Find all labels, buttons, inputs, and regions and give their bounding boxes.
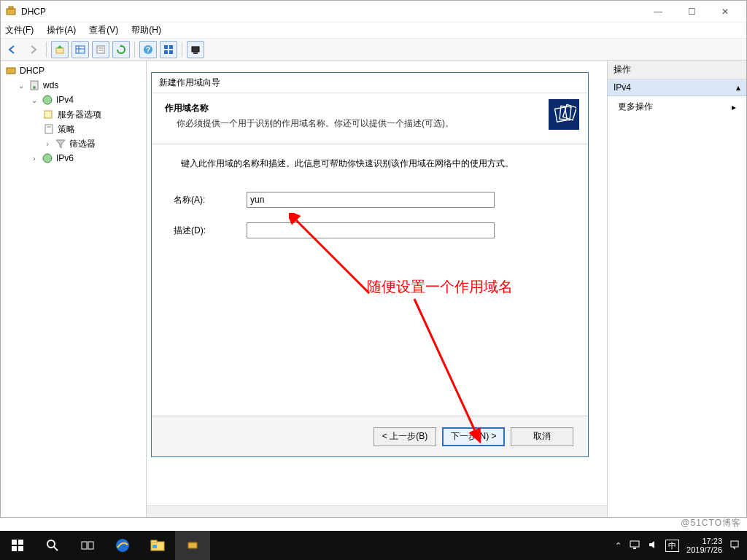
svg-point-34 — [47, 540, 55, 548]
taskbar: ⌃ 中 17:23 2019/7/26 — [0, 531, 747, 560]
svg-rect-0 — [7, 9, 15, 15]
server-button[interactable] — [187, 41, 204, 58]
properties-button[interactable] — [92, 41, 109, 58]
minimize-button[interactable]: — — [641, 1, 675, 22]
expand-icon[interactable]: › — [43, 140, 52, 148]
svg-rect-45 — [731, 541, 738, 547]
annotation-text: 随便设置一个作用域名 — [367, 277, 513, 297]
start-button[interactable] — [0, 531, 35, 560]
expand-icon[interactable]: › — [30, 155, 39, 163]
back-button[interactable]: < 上一步(B) — [374, 427, 436, 446]
menu-action[interactable]: 操作(A) — [45, 23, 77, 38]
filters-icon — [55, 138, 66, 149]
svg-point-20 — [43, 96, 52, 104]
ie-button[interactable] — [105, 531, 140, 560]
svg-rect-1 — [9, 7, 13, 9]
name-label: 名称(A): — [174, 194, 247, 206]
svg-line-35 — [54, 547, 58, 551]
tree-server[interactable]: ⌄ wds — [1, 78, 146, 93]
svg-rect-41 — [152, 545, 157, 548]
tree-filters[interactable]: › 筛选器 — [1, 136, 146, 151]
policies-icon — [43, 123, 55, 135]
scope-name-input[interactable] — [247, 192, 495, 208]
toolbar-divider — [182, 42, 182, 58]
new-scope-wizard: 新建作用域向导 作用域名称 你必须提供一个用于识别的作用域名称。你还可以提供一个… — [151, 72, 589, 457]
chevron-up-icon: ▴ — [736, 82, 740, 93]
main-body: DHCP ⌄ wds ⌄ IPv4 服务器选项 策略 › — [1, 61, 746, 517]
svg-rect-30 — [12, 540, 17, 545]
svg-rect-37 — [88, 542, 93, 549]
dhcp-taskbar-button[interactable] — [175, 531, 210, 560]
tree-root[interactable]: DHCP — [1, 63, 146, 78]
titlebar: DHCP — ☐ ✕ — [1, 1, 746, 23]
tray-up-icon[interactable]: ⌃ — [615, 541, 622, 551]
dialog-body: 键入此作用域的名称和描述。此信息可帮助你快速识别该作用域在网络中的使用方式。 名… — [152, 144, 588, 266]
window-title: DHCP — [21, 7, 641, 17]
tree-policies[interactable]: 策略 — [1, 122, 146, 136]
dialog-footer: < 上一步(B) 下一步(N) > 取消 — [152, 416, 588, 456]
close-button[interactable]: ✕ — [708, 1, 742, 22]
toolbar-divider — [46, 42, 47, 58]
menu-file[interactable]: 文件(F) — [4, 23, 35, 38]
maximize-button[interactable]: ☐ — [675, 1, 708, 22]
ime-indicator[interactable]: 中 — [665, 540, 679, 552]
notifications-icon[interactable] — [729, 540, 740, 551]
dialog-title: 新建作用域向导 — [152, 73, 588, 93]
svg-rect-6 — [97, 46, 104, 53]
tree-ipv6[interactable]: › IPv6 — [1, 151, 146, 166]
cancel-button[interactable]: 取消 — [511, 427, 573, 446]
clock-date: 2019/7/26 — [686, 545, 722, 554]
toolbar-divider — [134, 42, 135, 58]
tree-ipv4[interactable]: ⌄ IPv4 — [1, 93, 146, 107]
refresh-button[interactable] — [112, 41, 130, 58]
more-actions-item[interactable]: 更多操作 ▸ — [608, 96, 746, 117]
svg-rect-44 — [633, 548, 636, 549]
tile-button[interactable] — [160, 41, 177, 58]
svg-rect-36 — [82, 542, 87, 549]
tree-server-options-label: 服务器选项 — [58, 109, 101, 121]
tree-ipv4-label: IPv4 — [56, 95, 74, 105]
content-panel: 新建作用域向导 作用域名称 你必须提供一个用于识别的作用域名称。你还可以提供一个… — [147, 61, 608, 517]
svg-line-29 — [414, 299, 476, 434]
svg-rect-11 — [164, 45, 168, 49]
view-list-button[interactable] — [71, 41, 89, 58]
tree-server-label: wds — [43, 80, 58, 90]
up-button[interactable] — [51, 41, 69, 58]
explorer-button[interactable] — [140, 531, 175, 560]
forward-button[interactable] — [24, 41, 42, 58]
svg-rect-21 — [44, 111, 52, 118]
actions-header: 操作 — [608, 61, 746, 79]
scope-desc-input[interactable] — [247, 222, 495, 238]
volume-icon[interactable] — [648, 540, 658, 551]
collapse-icon[interactable]: ⌄ — [30, 96, 39, 104]
svg-rect-33 — [18, 546, 23, 551]
server-icon — [28, 79, 40, 91]
tree-root-label: DHCP — [20, 66, 44, 76]
task-view-button[interactable] — [70, 531, 105, 560]
chevron-right-icon: ▸ — [732, 102, 736, 112]
menu-view[interactable]: 查看(V) — [88, 23, 120, 38]
menu-help[interactable]: 帮助(H) — [130, 23, 163, 38]
collapse-icon[interactable]: ⌄ — [17, 82, 26, 90]
more-actions-label: 更多操作 — [618, 101, 653, 113]
dialog-header-sub: 你必须提供一个用于识别的作用域名称。你还可以提供一个描述(可选)。 — [177, 117, 549, 130]
back-button[interactable] — [4, 41, 21, 58]
svg-rect-43 — [630, 541, 639, 547]
ipv4-icon — [42, 94, 53, 106]
svg-point-24 — [43, 154, 52, 163]
system-tray: ⌃ 中 17:23 2019/7/26 — [615, 537, 747, 554]
actions-pane: 操作 IPv4 ▴ 更多操作 ▸ — [608, 61, 746, 517]
horizontal-scrollbar[interactable] — [147, 505, 607, 517]
help-button[interactable]: ? — [139, 41, 157, 58]
menubar: 文件(F) 操作(A) 查看(V) 帮助(H) — [1, 23, 746, 39]
clock[interactable]: 17:23 2019/7/26 — [686, 537, 722, 554]
network-icon[interactable] — [629, 540, 640, 551]
dialog-header-title: 作用域名称 — [165, 102, 549, 114]
tree-server-options[interactable]: 服务器选项 — [1, 107, 146, 122]
svg-rect-17 — [7, 68, 15, 74]
search-button[interactable] — [35, 531, 70, 560]
actions-section[interactable]: IPv4 ▴ — [608, 79, 746, 96]
svg-rect-22 — [45, 125, 53, 133]
next-button[interactable]: 下一步(N) > — [442, 427, 505, 446]
svg-rect-14 — [169, 50, 173, 54]
